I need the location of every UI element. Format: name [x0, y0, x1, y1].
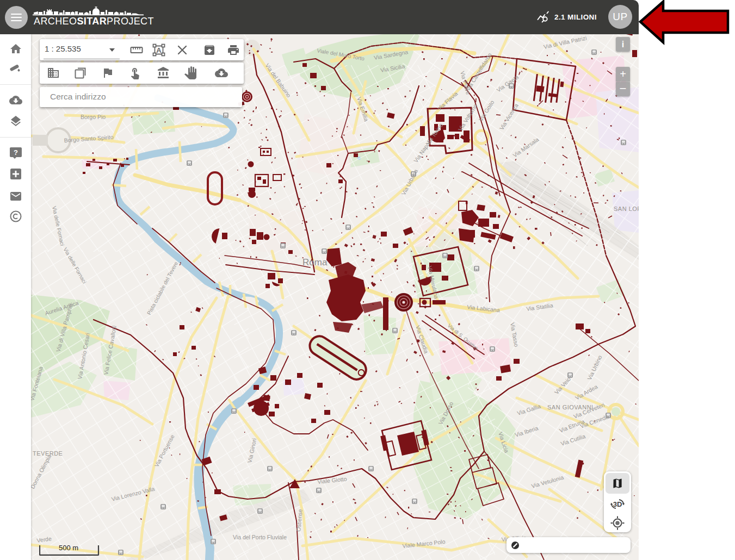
- svg-text:3D: 3D: [613, 500, 622, 508]
- svg-text:A: A: [156, 46, 162, 54]
- svg-text:Borgo Pio: Borgo Pio: [81, 114, 106, 120]
- svg-text:SAN LORE: SAN LORE: [614, 206, 639, 212]
- svg-text:Via del Porto Fluviale: Via del Porto Fluviale: [233, 534, 287, 540]
- svg-text:Roma: Roma: [302, 257, 328, 267]
- svg-text:?: ?: [14, 148, 18, 157]
